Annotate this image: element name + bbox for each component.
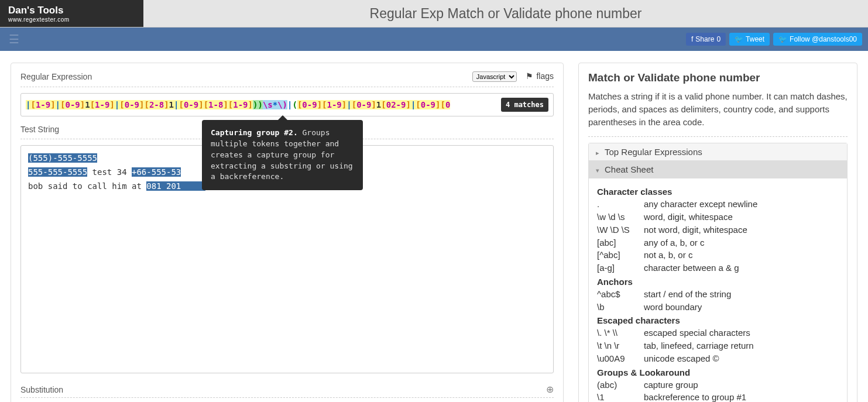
cheat-row: \t \n \rtab, linefeed, carriage return [597, 339, 839, 352]
cheat-row: .any character except newline [597, 198, 839, 211]
caret-right-icon: ▸ [596, 149, 602, 157]
test-label: Test String [20, 125, 59, 134]
page-title: Regular Exp Match or Validate phone numb… [143, 0, 868, 27]
menu-icon[interactable]: ☰ [6, 32, 22, 46]
regex-input[interactable]: |[1-9]|[0-9]1[1-9]|[0-9][2-8]1|[0-9][1-8… [20, 93, 554, 116]
regex-label: Regular Expression [20, 72, 92, 81]
substitution-header: Substitution ⊕ [20, 380, 554, 395]
cheat-row: ^abc$start / end of the string [597, 288, 839, 301]
cheat-section-heading: Groups & Lookaround [597, 367, 839, 377]
facebook-icon: f [691, 35, 693, 43]
cheat-section-heading: Character classes [597, 187, 839, 197]
twitter-follow-button[interactable]: 🐦 Follow @danstools00 [773, 33, 862, 46]
info-panel: Match or Validate phone number Matches a… [578, 63, 857, 402]
cheat-row: \. \* \\escaped special characters [597, 327, 839, 339]
social-buttons: f Share 0 🐦 Tweet 🐦 Follow @danstools00 [686, 33, 862, 46]
match-count-badge: 4 matches [501, 98, 548, 112]
regex-panel: Regular Expression Javascript ⚑flags |[1… [11, 63, 564, 402]
separator [20, 87, 554, 87]
cheat-row: \w \d \sword, digit, whitespace [597, 211, 839, 224]
twitter-tweet-button[interactable]: 🐦 Tweet [729, 33, 770, 46]
info-title: Match or Validate phone number [588, 71, 848, 84]
regex-tooltip: Capturing group #2. Groups multiple toke… [202, 120, 363, 190]
left-column: Regular Expression Javascript ⚑flags |[1… [11, 63, 564, 402]
separator [588, 136, 848, 137]
flavor-select[interactable]: Javascript [472, 71, 517, 82]
cheat-row: \u00A9unicode escaped © [597, 352, 839, 365]
accordion-top-expressions[interactable]: ▸Top Regular Expressions [589, 143, 847, 161]
cheat-row: [a-g]character between a & g [597, 262, 839, 274]
top-header: Dan's Tools www.regextester.com Regular … [0, 0, 868, 28]
facebook-share-button[interactable]: f Share 0 [686, 33, 726, 46]
cheat-row: \1backreference to group #1 [597, 391, 839, 402]
cheat-row: (abc)capture group [597, 379, 839, 391]
twitter-icon: 🐦 [778, 35, 787, 43]
flags-button[interactable]: ⚑flags [526, 71, 554, 81]
regex-controls: Javascript ⚑flags [472, 71, 554, 82]
acc-cheat-label: Cheat Sheet [605, 164, 653, 174]
brand-box[interactable]: Dan's Tools www.regextester.com [0, 0, 143, 27]
brand-title: Dan's Tools [8, 5, 135, 16]
fb-count: 0 [716, 35, 721, 43]
follow-label: Follow @danstools00 [790, 35, 857, 43]
caret-down-icon: ▾ [596, 167, 602, 174]
cheat-row: \bword boundary [597, 301, 839, 314]
info-description: Matches a string if it is a valid phone … [588, 90, 848, 128]
cheat-section-heading: Escaped characters [597, 315, 839, 325]
substitution-label: Substitution [20, 385, 63, 394]
cheat-row: [^abc]not a, b, or c [597, 249, 839, 262]
cheat-sheet-body: Character classes.any character except n… [589, 178, 847, 402]
tooltip-title: Capturing group #2. [211, 128, 298, 137]
twitter-icon: 🐦 [735, 35, 743, 43]
nav-bar: ☰ f Share 0 🐦 Tweet 🐦 Follow @danstools0… [0, 28, 868, 51]
regex-header: Regular Expression Javascript ⚑flags [20, 71, 554, 84]
cheat-section-heading: Anchors [597, 277, 839, 287]
cheat-row: \W \D \Snot word, digit, whitespace [597, 224, 839, 236]
accordion: ▸Top Regular Expressions ▾Cheat Sheet Ch… [588, 143, 848, 402]
tweet-label: Tweet [746, 35, 764, 43]
brand-subtitle: www.regextester.com [8, 16, 135, 23]
flag-icon: ⚑ [526, 71, 533, 81]
right-column: Match or Validate phone number Matches a… [578, 63, 857, 402]
acc-top-label: Top Regular Expressions [605, 147, 702, 157]
flags-text: flags [536, 71, 554, 81]
expand-substitution-icon[interactable]: ⊕ [546, 384, 554, 395]
main-content: Regular Expression Javascript ⚑flags |[1… [0, 51, 868, 402]
separator [20, 397, 554, 398]
accordion-cheat-sheet[interactable]: ▾Cheat Sheet [589, 161, 847, 178]
regex-content: |[1-9]|[0-9]1[1-9]|[0-9][2-8]1|[0-9][1-8… [26, 100, 498, 109]
fb-label: Share [695, 35, 714, 43]
cheat-row: [abc]any of a, b, or c [597, 236, 839, 249]
